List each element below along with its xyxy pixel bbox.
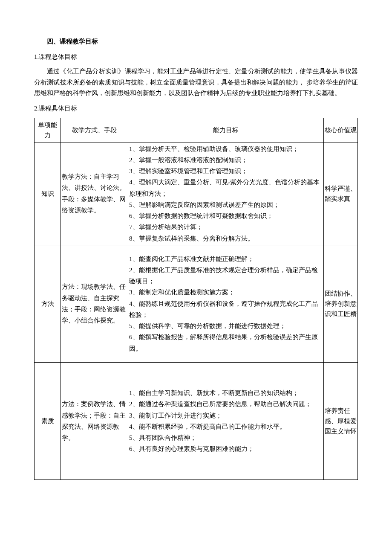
col-header-value: 核心价值观 [324, 118, 358, 142]
goal-item: 3、理解实验室环境管理和工作管理知识； [129, 166, 323, 177]
goal-item: 5、具有团队合作精神； [129, 432, 323, 443]
goals-table: 单项能力 教学方式、手段 能力目标 核心价值观 知识 教学方法：自主学习法、讲授… [34, 118, 358, 480]
method-cell: 方法：案例教学法、情感教学法；手段：自主探究法、网络资源教学。 [61, 362, 128, 479]
col-header-method: 教学方式、手段 [61, 118, 128, 142]
table-row: 知识 教学方法：自主学习法、讲授法、讨论法。手段：多媒体教学、网络资源教学。 1… [35, 142, 358, 245]
goal-item: 7、掌握分析结果的计算； [129, 221, 323, 232]
section-heading: 四、课程教学目标 [47, 36, 358, 46]
goal-item: 6、掌握分析数据的数理统计和可疑数据取舍知识； [129, 210, 323, 221]
goal-item: 1、能自主学习新知识、新技术，不断更新自己的知识结构； [129, 387, 323, 398]
table-row: 方法 方法：现场教学法、任务驱动法、自主探究法；手段：网络资源教学、小组合作探究… [35, 245, 358, 362]
goal-item: 6、能撰写检验报告，解释所得信息和结果，分析检验误差的产生原因。 [129, 331, 323, 354]
goal-item: 1、能查阅化工产品标准文献并能正确理解； [129, 253, 323, 264]
method-cell: 方法：现场教学法、任务驱动法、自主探究法；手段：网络资源教学、小组合作探究。 [61, 245, 128, 362]
category-cell: 方法 [35, 245, 61, 362]
col-header-ability: 单项能力 [35, 118, 61, 142]
overall-goal-paragraph: 通过《化工产品分析实训》课程学习，能对工业产品等进行定性、定量分析测试的能力，使… [34, 66, 358, 99]
goal-item: 2、掌握一般溶液和标准溶液的配制知识； [129, 154, 323, 166]
goal-item: 8、掌握复杂试样的采集、分离和分解方法。 [129, 233, 323, 244]
goal-item: 3、能制定和优化质量检测实施方案； [129, 287, 323, 298]
subsection-1-heading: 1.课程总体目标 [34, 52, 358, 62]
subsection-1-number: 1. [34, 53, 39, 60]
goal-item: 4、能不断积累经验，不断提高自己的工作能力和水平。 [129, 421, 323, 432]
goal-item: 5、能提供科学、可靠的分析数据，并能进行数据处理； [129, 320, 323, 331]
value-cell: 培养责任感、厚植爱国主义情怀 [324, 362, 358, 479]
goal-cell: 1、掌握分析天平、检验用辅助设备、玻璃仪器的使用知识； 2、掌握一般溶液和标准溶… [128, 142, 324, 245]
goal-cell: 1、能自主学习新知识、新技术，不断更新自己的知识结构； 2、能通过各种渠道查找自… [128, 362, 324, 479]
page-container: 四、课程教学目标 1.课程总体目标 通过《化工产品分析实训》课程学习，能对工业产… [0, 0, 392, 506]
goal-item: 5、理解影响滴定反应的因素和测试误差产生的原因； [129, 199, 323, 210]
subsection-2-title: 课程具体目标 [39, 105, 77, 112]
goal-item: 6、具有良好的心理素质与克服困难的能力； [129, 443, 323, 454]
category-cell: 素质 [35, 362, 61, 479]
goal-cell: 1、能查阅化工产品标准文献并能正确理解； 2、能根据化工产品质量标准的技术规定合… [128, 245, 324, 362]
subsection-1-title: 课程总体目标 [39, 53, 77, 60]
goal-item: 4、能熟练且规范使用分析仪器和设备，遵守操作规程完成化工产品检验； [129, 298, 323, 321]
value-cell: 团结协作、培养创新意识和工匠精 [324, 245, 358, 362]
table-header-row: 单项能力 教学方式、手段 能力目标 核心价值观 [35, 118, 358, 142]
goal-item: 1、掌握分析天平、检验用辅助设备、玻璃仪器的使用知识； [129, 143, 323, 154]
col-header-goal: 能力目标 [128, 118, 324, 142]
goal-item: 2、能根据化工产品质量标准的技术规定合理分析样品，确定产品检验项目； [129, 264, 323, 287]
goal-item: 2、能通过各种渠道查找自己所需要的信息，帮助自己解决问题； [129, 398, 323, 410]
method-cell: 教学方法：自主学习法、讲授法、讨论法。手段：多媒体教学、网络资源教学。 [61, 142, 128, 245]
goal-item: 3、能制订工作计划并进行实施； [129, 410, 323, 421]
category-cell: 知识 [35, 142, 61, 245]
goal-item: 4、理解四大滴定、重量分析、可见-紫外分光光度、色谱分析的基本原理和方法； [129, 177, 323, 199]
subsection-2-heading: 2.课程具体目标 [34, 103, 358, 113]
table-row: 素质 方法：案例教学法、情感教学法；手段：自主探究法、网络资源教学。 1、能自主… [35, 362, 358, 479]
subsection-2-number: 2. [34, 105, 39, 112]
value-cell: 科学严谨、踏实求真 [324, 142, 358, 245]
